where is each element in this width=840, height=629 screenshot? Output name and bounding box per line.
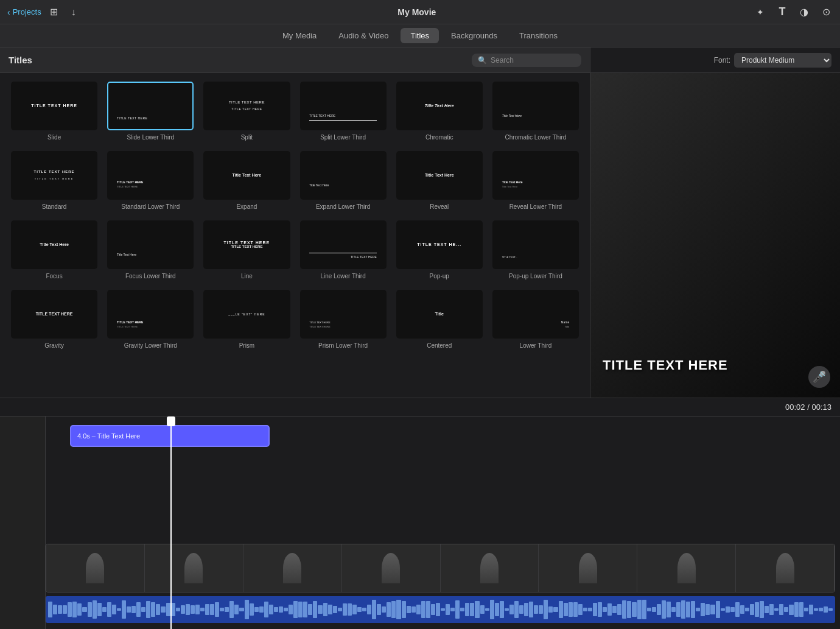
wave-bar (475, 601, 479, 618)
sort-icon[interactable]: ↓ (67, 5, 80, 19)
app-title: My Movie (397, 7, 436, 17)
title-item-chromatic[interactable]: Title Text Here Chromatic (394, 79, 485, 144)
wave-bar (58, 605, 62, 614)
title-item-reveal[interactable]: Title Text Here Reveal (394, 149, 485, 213)
wave-bar (617, 604, 621, 614)
wave-bar (357, 607, 362, 613)
wave-bar (529, 602, 533, 618)
title-item-popup[interactable]: TITLE TEXT HE... Pop-up (394, 218, 485, 283)
wave-bar (735, 602, 740, 617)
wave-bar (681, 600, 685, 619)
wave-bar (88, 602, 92, 616)
title-item-standard-lower-third[interactable]: TITLE TEXT HERE TITLE TEXT HERE Standard… (105, 149, 196, 213)
title-item-popup-lower-third[interactable]: TITLE TEXT... Pop-up Lower Third (490, 218, 581, 283)
wave-bar (323, 603, 327, 616)
title-thumb-lower-third: Name Title (492, 290, 579, 339)
title-item-expand-lower-third[interactable]: Title Text Here Expand Lower Third (298, 149, 389, 213)
tab-backgrounds[interactable]: Backgrounds (441, 28, 507, 43)
audio-strip (46, 596, 835, 623)
settings-icon[interactable]: ⊙ (819, 5, 833, 19)
magic-wand-icon[interactable]: ✦ (754, 5, 767, 19)
title-item-line-lower-third[interactable]: TITLE TEXT HERE Line Lower Third (298, 218, 389, 283)
tab-audio-video[interactable]: Audio & Video (329, 28, 398, 43)
microphone-button[interactable]: 🎤 (808, 366, 830, 388)
wave-bar (548, 606, 553, 612)
title-label-popup-lower-third: Pop-up Lower Third (509, 272, 562, 280)
wave-bar (402, 601, 406, 618)
title-item-standard[interactable]: TITLE TEXT HERETITLE TEXT HERE Standard (9, 149, 100, 213)
playhead[interactable] (170, 416, 172, 629)
wave-bar (509, 605, 514, 614)
panel-header: Titles 🔍 (0, 47, 590, 73)
wave-bar (632, 602, 636, 617)
title-thumb-prism: ___LE "EXT" HERE (203, 290, 290, 339)
wave-bar (348, 603, 352, 616)
wave-bar (279, 606, 283, 613)
wave-bar (234, 605, 239, 614)
tab-my-media[interactable]: My Media (273, 28, 326, 43)
title-item-gravity-lower-third[interactable]: TITLE TEXT HERE TITLE TEXT HERE Gravity … (105, 287, 196, 352)
title-item-expand[interactable]: Title Text Here Expand (201, 149, 292, 213)
title-item-centered[interactable]: Title Centered (394, 287, 485, 352)
title-item-focus-lower-third[interactable]: Title Text Here Focus Lower Third (105, 218, 196, 283)
wave-bar (593, 603, 597, 616)
title-item-focus[interactable]: Title Text Here Focus (9, 218, 100, 283)
tab-titles[interactable]: Titles (401, 28, 439, 43)
title-item-split-lower-third[interactable]: TITLE TEXT HERE Split Lower Third (298, 79, 389, 144)
wave-bar (215, 602, 219, 617)
wave-bar (721, 608, 725, 611)
title-label-focus: Focus (46, 272, 62, 280)
title-item-split[interactable]: TITLE TEXT HERETITLE TEXT HERE Split (201, 79, 292, 144)
wave-bar (181, 605, 185, 613)
wave-bar (726, 606, 730, 613)
title-item-lower-third[interactable]: Name Title Lower Third (490, 287, 581, 352)
wave-bar (407, 606, 411, 613)
search-box[interactable]: 🔍 (472, 54, 581, 67)
title-item-prism-lower-third[interactable]: TITLE TEXT HERE TITLE TEXT HERE Prism Lo… (298, 287, 389, 352)
video-frame-5 (441, 544, 539, 592)
wave-bar (760, 601, 764, 618)
wave-bar (573, 602, 578, 617)
title-item-line[interactable]: TITLE TEXT HERE TITLE TEXT HERE Line (201, 218, 292, 283)
projects-button[interactable]: ‹ Projects (7, 7, 41, 17)
title-label-focus-lower-third: Focus Lower Third (125, 272, 176, 280)
wave-bar (82, 607, 86, 612)
wave-bar (809, 605, 813, 614)
title-label-chromatic: Chromatic (425, 133, 453, 141)
wave-bar (710, 605, 715, 614)
title-clip[interactable]: 4.0s – Title Text Here (70, 425, 270, 447)
title-item-chromatic-lower-third[interactable]: Title Text Here Chromatic Lower Third (490, 79, 581, 144)
title-clip-label: 4.0s – Title Text Here (77, 432, 140, 440)
wave-bar (612, 606, 617, 613)
title-label-slide: Slide (47, 133, 61, 141)
font-dropdown[interactable]: Produkt Medium (734, 53, 831, 68)
wave-bar (794, 602, 799, 617)
search-input[interactable] (491, 56, 575, 65)
wave-bar (122, 600, 126, 619)
title-item-slide[interactable]: TITLE TEXT HERE Slide (9, 79, 100, 144)
wave-bar (186, 604, 190, 614)
wave-bar (229, 601, 234, 619)
text-format-icon[interactable]: T (775, 5, 789, 19)
title-item-gravity[interactable]: TITLE TEXT HERE Gravity (9, 287, 100, 352)
title-item-prism[interactable]: ___LE "EXT" HERE Prism (201, 287, 292, 352)
wave-bar (205, 604, 209, 615)
title-item-slide-lower-third[interactable]: TITLE TEXT HERE Slide Lower Third (105, 79, 196, 144)
color-wheel-icon[interactable]: ◑ (797, 5, 811, 19)
wave-bar (396, 600, 401, 619)
wave-bar (607, 603, 612, 616)
wave-bar (200, 608, 205, 612)
title-thumb-focus: Title Text Here (11, 220, 97, 269)
tab-transitions[interactable]: Transitions (509, 28, 567, 43)
current-time: 00:02 (785, 402, 805, 412)
wave-bar (779, 604, 783, 614)
timeline-header: 00:02 / 00:13 (0, 398, 840, 416)
video-frame-3 (243, 544, 342, 592)
title-label-gravity-lower-third: Gravity Lower Third (124, 342, 177, 350)
wave-bar (485, 608, 489, 611)
title-item-reveal-lower-third[interactable]: Title Text Here Title Text Here Reveal L… (490, 149, 581, 213)
grid-icon[interactable]: ⊞ (47, 5, 61, 19)
wave-bar (195, 605, 200, 614)
wave-bar (250, 603, 254, 616)
wave-bar (97, 603, 102, 616)
